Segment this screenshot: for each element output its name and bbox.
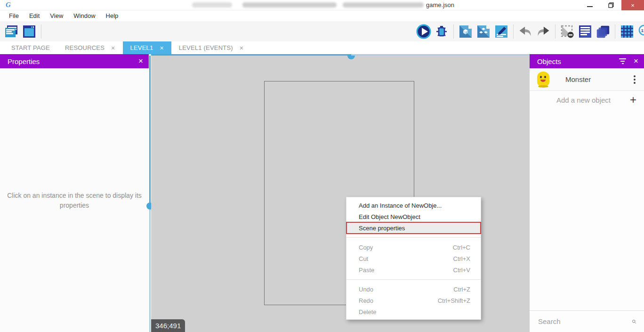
cursor-coordinates: 346;491 xyxy=(151,319,185,332)
instances-list-icon[interactable] xyxy=(578,24,593,39)
object-list-item-monster[interactable]: Monster xyxy=(530,68,644,90)
redo-icon[interactable] xyxy=(536,24,551,39)
properties-panel-header: Properties × xyxy=(0,54,149,68)
close-icon[interactable]: × xyxy=(138,57,143,66)
edit-scene-properties-icon[interactable] xyxy=(494,24,509,39)
object-name: Monster xyxy=(565,75,632,83)
context-menu-item-edit-object[interactable]: Edit Object NewObject xyxy=(346,211,481,222)
objects-panel: Objects × Monster Add a new object + xyxy=(530,54,644,332)
menu-file[interactable]: File xyxy=(4,10,24,21)
project-manager-icon[interactable] xyxy=(22,24,37,39)
tab-close-icon[interactable]: × xyxy=(240,44,243,52)
toolbar-separator xyxy=(453,24,454,39)
restore-button[interactable] xyxy=(600,0,621,10)
properties-empty-message: Click on an instance in the scene to dis… xyxy=(7,191,142,211)
context-menu: Add an Instance of NewObje... Edit Objec… xyxy=(346,197,481,320)
horizontal-scrollbar-track xyxy=(351,54,530,56)
title-bar: G game.json × xyxy=(0,0,644,10)
search-input[interactable] xyxy=(538,317,632,325)
divider xyxy=(346,279,481,280)
tab-close-icon[interactable]: × xyxy=(160,44,163,52)
divider xyxy=(346,237,481,238)
layers-icon[interactable] xyxy=(596,24,611,39)
export-objects-group-icon[interactable] xyxy=(476,24,491,39)
horizontal-scrollbar[interactable] xyxy=(151,54,530,56)
menu-window[interactable]: Window xyxy=(68,10,100,21)
properties-panel: Properties × Click on an instance in the… xyxy=(0,54,149,332)
gdevelop-logo-icon: G xyxy=(6,1,14,9)
undo-icon[interactable] xyxy=(518,24,533,39)
export-object-icon[interactable] xyxy=(458,24,473,39)
vertical-scrollbar[interactable] xyxy=(149,54,151,332)
context-menu-item-redo: RedoCtrl+Shift+Z xyxy=(346,295,481,306)
toolbar: 1:1 xyxy=(0,21,644,41)
kebab-menu-icon[interactable] xyxy=(632,73,637,86)
context-menu-item-scene-properties[interactable]: Scene properties xyxy=(346,222,481,234)
minimize-button[interactable] xyxy=(579,0,600,10)
toolbar-separator xyxy=(41,24,41,39)
objects-panel-title: Objects xyxy=(537,57,619,65)
add-object-label: Add a new object xyxy=(537,96,630,104)
add-object-row[interactable]: Add a new object + xyxy=(530,91,644,109)
menu-help[interactable]: Help xyxy=(101,10,124,21)
tab-level1-events[interactable]: LEVEL1 (EVENTS) × xyxy=(171,41,251,54)
svg-text:1:1: 1:1 xyxy=(641,28,644,32)
menu-view[interactable]: View xyxy=(45,10,68,21)
tab-close-icon[interactable]: × xyxy=(111,44,115,52)
plus-icon[interactable]: + xyxy=(630,95,636,105)
menu-edit[interactable]: Edit xyxy=(24,10,45,21)
toggle-grid-icon[interactable] xyxy=(620,24,635,39)
restore-icon xyxy=(608,2,614,8)
context-menu-item-undo: UndoCtrl+Z xyxy=(346,283,481,295)
object-search-bar xyxy=(530,310,644,332)
close-button[interactable]: × xyxy=(621,0,644,10)
window-title: game.json xyxy=(426,1,454,8)
tab-level1[interactable]: LEVEL1 × xyxy=(123,41,171,54)
horizontal-scrollbar-track xyxy=(151,54,351,56)
tab-resources[interactable]: RESOURCES × xyxy=(57,41,123,54)
search-icon[interactable] xyxy=(632,317,636,326)
context-menu-item-delete: Delete xyxy=(346,306,481,317)
redacted-title-segment xyxy=(242,2,337,8)
context-menu-item-paste: PasteCtrl+V xyxy=(346,264,481,275)
main-area: Properties × Click on an instance in the… xyxy=(0,54,644,332)
properties-panel-title: Properties xyxy=(8,57,138,65)
toolbar-separator xyxy=(513,24,514,39)
context-menu-item-add-instance[interactable]: Add an Instance of NewObje... xyxy=(346,200,481,211)
toolbar-separator xyxy=(555,24,555,39)
start-page-icon[interactable] xyxy=(4,24,19,39)
zoom-one-to-one-icon[interactable]: 1:1 xyxy=(637,24,644,39)
redacted-title-segment xyxy=(192,2,232,8)
debug-icon[interactable] xyxy=(434,24,449,39)
tab-start-page[interactable]: START PAGE xyxy=(4,41,57,54)
tab-bar: START PAGE RESOURCES × LEVEL1 × LEVEL1 (… xyxy=(0,41,644,54)
context-menu-item-copy: CopyCtrl+C xyxy=(346,242,481,253)
vertical-scrollbar-track xyxy=(149,56,151,206)
menu-bar: File Edit View Window Help xyxy=(0,10,644,21)
context-menu-item-cut: CutCtrl+X xyxy=(346,253,481,264)
redacted-title-segment xyxy=(343,2,424,8)
toggle-mask-icon[interactable] xyxy=(560,24,575,39)
objects-panel-header: Objects × xyxy=(530,54,644,68)
filter-icon[interactable] xyxy=(619,58,626,64)
monster-thumbnail-icon xyxy=(537,72,549,88)
vertical-scrollbar-track xyxy=(149,206,151,332)
close-icon[interactable]: × xyxy=(634,57,638,66)
play-button[interactable] xyxy=(416,24,431,39)
toolbar-separator xyxy=(615,24,615,39)
